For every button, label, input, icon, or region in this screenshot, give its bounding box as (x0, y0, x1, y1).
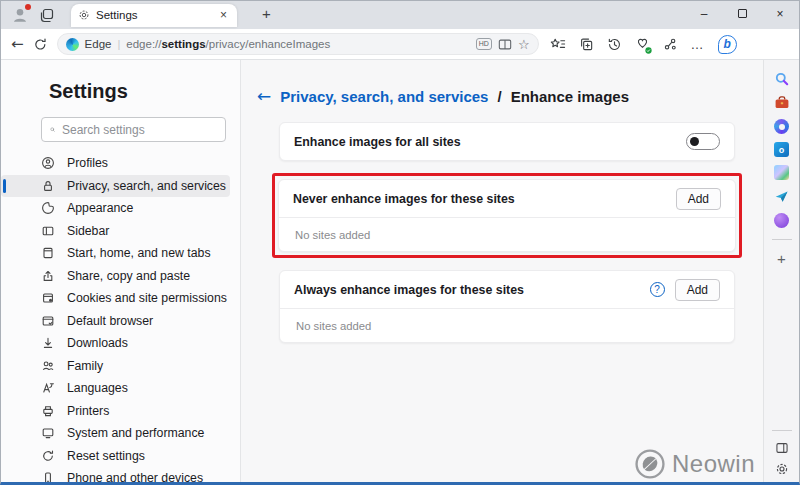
empty-state-text: No sites added (279, 218, 735, 251)
enhance-images-toggle[interactable] (686, 133, 720, 150)
settings-search[interactable] (41, 117, 226, 142)
share-copy-icon (41, 269, 55, 283)
search-icon (50, 123, 55, 136)
collections-icon[interactable] (579, 37, 594, 52)
browser-window: Settings × + – × ← Edge | edge://setting… (0, 0, 800, 485)
notification-dot (25, 4, 31, 10)
rail-divider (772, 239, 792, 240)
profile-avatar[interactable] (11, 6, 29, 24)
drop-icon[interactable] (773, 188, 790, 205)
sidebar-panel-icon (41, 224, 55, 238)
breadcrumb-parent-link[interactable]: Privacy, search, and services (280, 88, 488, 105)
shopping-icon[interactable] (773, 94, 790, 111)
workspaces-icon[interactable] (39, 7, 55, 23)
red-annotation-box: Never enhance images for these sites Add… (272, 173, 742, 258)
url-text[interactable]: edge://settings/privacy/enhanceImages (126, 38, 470, 50)
sidebar-item-start-home[interactable]: Start, home, and new tabs (1, 242, 230, 265)
browser-essentials-icon[interactable] (635, 35, 650, 54)
setting-label: Enhance images for all sites (294, 135, 686, 149)
refresh-button[interactable] (33, 37, 48, 52)
settings-sidebar: Settings Profiles Privacy, search, and s… (1, 60, 241, 482)
sidebar-item-phone[interactable]: Phone and other devices (1, 467, 230, 482)
neowin-watermark: Neowin (634, 448, 755, 480)
reset-icon (41, 449, 55, 463)
sidebar-search-icon[interactable] (773, 70, 790, 87)
customize-sidebar-button[interactable]: + (777, 250, 786, 267)
address-bar[interactable]: Edge | edge://settings/privacy/enhanceIm… (57, 33, 539, 55)
breadcrumb-back-icon[interactable]: ← (257, 86, 271, 106)
breadcrumb-separator: / (497, 88, 501, 105)
sidebar-item-privacy[interactable]: Privacy, search, and services (1, 175, 230, 198)
hd-badge-icon[interactable]: HD (476, 38, 492, 50)
tab-title: Settings (96, 9, 211, 21)
microsoft-365-icon[interactable] (773, 118, 790, 135)
new-tab-button[interactable]: + (257, 5, 276, 22)
back-button[interactable]: ← (11, 35, 24, 53)
content-area: Settings Profiles Privacy, search, and s… (1, 60, 799, 482)
toolbar-icons: … b (550, 35, 737, 54)
setting-label: Always enhance images for these sites (294, 283, 650, 297)
toggle-sidebar-panel-icon[interactable] (775, 441, 789, 455)
card-never-enhance: Never enhance images for these sites Add… (278, 179, 736, 252)
split-screen-icon[interactable] (498, 38, 512, 51)
sidebar-item-family[interactable]: Family (1, 355, 230, 378)
close-button[interactable]: × (761, 7, 799, 21)
search-input[interactable] (62, 123, 217, 137)
profiles-icon (41, 156, 55, 170)
sidebar-item-appearance[interactable]: Appearance (1, 197, 230, 220)
sidebar-item-share-copy[interactable]: Share, copy and paste (1, 265, 230, 288)
sidebar-item-profiles[interactable]: Profiles (1, 152, 230, 175)
sidebar-item-system[interactable]: System and performance (1, 422, 230, 445)
designer-icon[interactable] (773, 164, 790, 181)
gear-icon (78, 9, 90, 21)
cookies-icon (41, 291, 55, 305)
settings-more-icon[interactable]: … (691, 37, 705, 52)
setting-label: Never enhance images for these sites (293, 192, 676, 206)
add-site-button[interactable]: Add (676, 188, 721, 210)
address-separator: | (117, 38, 120, 50)
sidebar-item-printers[interactable]: Printers (1, 400, 230, 423)
favorites-list-icon[interactable] (550, 37, 566, 52)
minimize-button[interactable]: – (685, 7, 723, 21)
downloads-icon (41, 336, 55, 350)
help-icon[interactable]: ? (650, 282, 665, 297)
appearance-icon (41, 201, 55, 215)
toolbar: ← Edge | edge://settings/privacy/enhance… (1, 29, 799, 60)
favorite-star-icon[interactable]: ☆ (518, 37, 530, 52)
card-enhance-all-sites: Enhance images for all sites (279, 122, 735, 161)
sidebar-item-cookies[interactable]: Cookies and site permissions (1, 287, 230, 310)
breadcrumb: ← Privacy, search, and services / Enhanc… (257, 86, 735, 106)
settings-title: Settings (49, 80, 240, 103)
neowin-logo-icon (634, 448, 666, 480)
history-icon[interactable] (607, 37, 622, 52)
system-icon (41, 426, 55, 440)
tab-settings[interactable]: Settings × (71, 4, 237, 27)
phone-icon (41, 471, 55, 482)
sidebar-item-sidebar[interactable]: Sidebar (1, 220, 230, 243)
main-panel: ← Privacy, search, and services / Enhanc… (241, 60, 763, 482)
maximize-button[interactable] (723, 7, 761, 21)
tab-close-icon[interactable]: × (217, 8, 230, 22)
printers-icon (41, 404, 55, 418)
titlebar: Settings × + – × (1, 1, 799, 29)
edge-sidebar-rail: o + (763, 60, 799, 482)
window-controls: – × (685, 1, 799, 27)
bing-chat-icon[interactable]: b (718, 35, 737, 54)
start-home-icon (41, 246, 55, 260)
watermark-text: Neowin (672, 450, 755, 478)
edge-logo-icon (66, 38, 79, 51)
sidebar-item-default-browser[interactable]: Default browser (1, 310, 230, 333)
sidebar-settings-gear-icon[interactable] (775, 462, 789, 476)
share-icon[interactable] (663, 37, 678, 52)
empty-state-text: No sites added (280, 309, 734, 342)
page-title: Enhance images (511, 88, 629, 105)
default-browser-icon (41, 314, 55, 328)
family-icon (41, 359, 55, 373)
sidebar-item-reset[interactable]: Reset settings (1, 445, 230, 468)
sidebar-item-languages[interactable]: Languages (1, 377, 230, 400)
outlook-icon[interactable]: o (774, 142, 789, 157)
add-site-button[interactable]: Add (675, 279, 720, 301)
sidebar-item-downloads[interactable]: Downloads (1, 332, 230, 355)
games-icon[interactable] (773, 212, 790, 229)
privacy-icon (41, 179, 55, 193)
